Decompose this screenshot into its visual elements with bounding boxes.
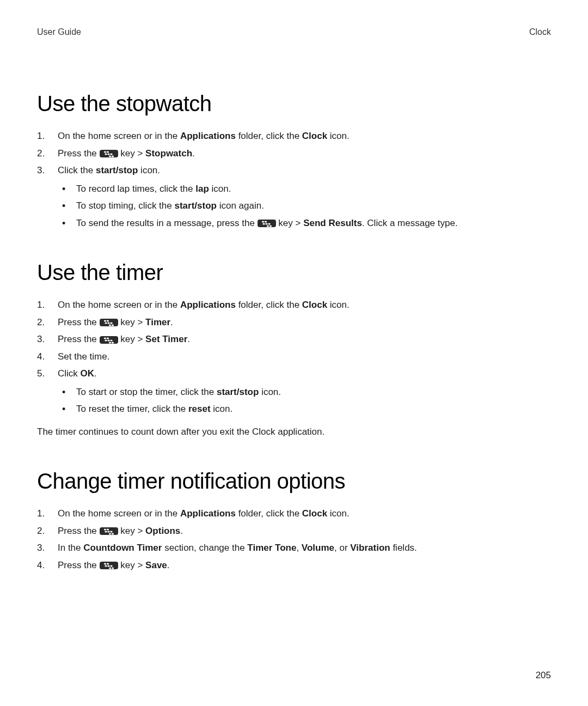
svg-point-31	[107, 531, 109, 532]
svg-point-4	[110, 153, 112, 155]
bold-text: Stopwatch	[145, 148, 192, 159]
svg-point-14	[103, 320, 106, 321]
bold-text: start/stop	[174, 200, 216, 211]
bold-text: Vibration	[350, 543, 390, 553]
timer-steps: On the home screen or in the Application…	[37, 298, 551, 416]
step-item: Press the key > Stopwatch.	[37, 147, 551, 161]
svg-point-13	[269, 225, 271, 227]
step-item: On the home screen or in the Application…	[37, 129, 551, 143]
svg-point-10	[265, 223, 267, 224]
svg-point-41	[111, 567, 113, 569]
svg-point-19	[108, 324, 111, 326]
blackberry-key-icon	[100, 319, 118, 326]
bullet-item: To send the results in a message, press …	[62, 216, 551, 230]
step-item: Press the key > Timer.	[37, 315, 551, 330]
svg-point-2	[105, 153, 107, 155]
bold-text: Clock	[302, 508, 327, 519]
bold-text: Volume	[302, 543, 334, 553]
section-notif: Change timer notification options On the…	[37, 469, 551, 572]
svg-point-40	[108, 567, 111, 569]
svg-point-28	[103, 528, 106, 530]
header-left: User Guide	[37, 27, 81, 37]
bold-text: lap	[195, 184, 209, 194]
svg-point-26	[108, 342, 111, 343]
svg-point-0	[103, 151, 106, 153]
svg-point-17	[107, 322, 109, 324]
blackberry-key-icon	[100, 150, 118, 157]
page-number: 205	[536, 670, 551, 681]
bold-text: Clock	[302, 300, 327, 310]
heading-stopwatch: Use the stopwatch	[37, 92, 551, 116]
svg-point-18	[110, 322, 112, 324]
svg-point-22	[106, 337, 108, 339]
blackberry-key-icon	[100, 562, 118, 569]
page-header: User Guide Clock	[37, 27, 551, 37]
bold-text: reset	[188, 404, 211, 414]
bold-text: Timer Tone	[247, 543, 296, 553]
blackberry-key-icon	[258, 220, 276, 227]
step-item: Click the start/stop icon. To record lap…	[37, 163, 551, 230]
svg-point-12	[266, 225, 268, 227]
svg-point-1	[106, 151, 108, 153]
bold-text: Applications	[180, 300, 236, 310]
svg-point-21	[103, 337, 106, 339]
step-item: In the Countdown Timer section, change t…	[37, 541, 551, 555]
svg-point-27	[111, 342, 113, 343]
svg-point-16	[105, 322, 107, 324]
svg-point-33	[108, 533, 111, 534]
step-item: Press the key > Set Timer.	[37, 332, 551, 346]
bold-text: OK	[81, 368, 95, 379]
timer-bullets: To start or stop the timer, click the st…	[62, 385, 551, 416]
svg-point-35	[103, 563, 106, 564]
svg-point-20	[111, 324, 113, 326]
svg-point-6	[111, 155, 113, 157]
section-stopwatch: Use the stopwatch On the home screen or …	[37, 92, 551, 230]
svg-point-37	[105, 565, 107, 567]
svg-point-30	[105, 531, 107, 532]
svg-point-11	[268, 223, 270, 224]
step-item: Set the time.	[37, 350, 551, 364]
svg-point-7	[261, 221, 264, 222]
bold-text: Set Timer	[145, 334, 187, 344]
bold-text: Clock	[302, 131, 327, 141]
bold-text: Options	[145, 526, 180, 536]
section-timer: Use the timer On the home screen or in t…	[37, 260, 551, 439]
svg-point-34	[111, 533, 113, 534]
svg-point-29	[106, 528, 108, 530]
step-item: On the home screen or in the Application…	[37, 298, 551, 312]
heading-notif: Change timer notification options	[37, 469, 551, 494]
bold-text: Countdown Timer	[83, 543, 162, 553]
bullet-item: To stop timing, click the start/stop ico…	[62, 199, 551, 213]
svg-point-39	[110, 565, 112, 567]
stopwatch-steps: On the home screen or in the Application…	[37, 129, 551, 230]
step-item: Click OK. To start or stop the timer, cl…	[37, 367, 551, 416]
heading-timer: Use the timer	[37, 260, 551, 285]
timer-footnote: The timer continues to count down after …	[37, 425, 551, 439]
bold-text: start/stop	[96, 165, 138, 175]
svg-point-23	[105, 339, 107, 341]
blackberry-key-icon	[100, 527, 118, 535]
svg-point-38	[107, 565, 109, 567]
svg-point-25	[110, 339, 112, 341]
blackberry-key-icon	[100, 336, 118, 344]
bold-text: Applications	[180, 131, 236, 141]
bold-text: Save	[145, 560, 167, 570]
svg-point-15	[106, 320, 108, 321]
notif-steps: On the home screen or in the Application…	[37, 507, 551, 572]
svg-point-9	[262, 223, 265, 224]
svg-point-36	[106, 563, 108, 564]
step-item: Press the key > Options.	[37, 524, 551, 538]
bullet-item: To reset the timer, click the reset icon…	[62, 402, 551, 416]
svg-point-3	[107, 153, 109, 155]
bold-text: Timer	[145, 317, 170, 327]
svg-point-32	[110, 531, 112, 532]
bold-text: Send Results	[303, 218, 362, 228]
svg-point-24	[107, 339, 109, 341]
step-item: Press the key > Save.	[37, 558, 551, 573]
svg-point-8	[264, 221, 266, 222]
bold-text: start/stop	[217, 387, 259, 397]
bullet-item: To start or stop the timer, click the st…	[62, 385, 551, 399]
stopwatch-bullets: To record lap times, click the lap icon.…	[62, 182, 551, 230]
svg-point-5	[108, 155, 111, 157]
bold-text: Applications	[180, 508, 236, 519]
